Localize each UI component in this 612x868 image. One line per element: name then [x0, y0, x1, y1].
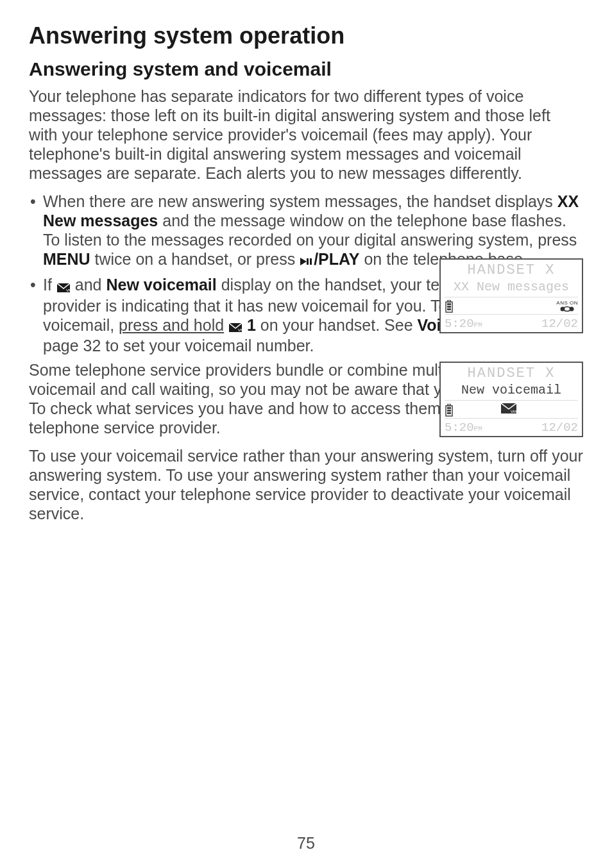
page-title: Answering system operation: [29, 22, 583, 49]
lcd2-icon-row: VM: [445, 401, 578, 419]
play-icon: [300, 251, 313, 270]
svg-text:VM: VM: [238, 328, 242, 332]
svg-rect-10: [447, 306, 451, 308]
svg-text:VM: VM: [511, 410, 516, 413]
paragraph-3: To use your voicemail service rather tha…: [29, 446, 583, 523]
svg-rect-17: [447, 410, 451, 412]
lcd1-header: HANDSET X: [445, 262, 578, 280]
lcd2-time-row: 5:20PM 12/02: [445, 419, 578, 435]
svg-rect-1: [307, 258, 309, 265]
handset-display-2: HANDSET X New voicemail VM 5:20PM 12/02: [439, 362, 583, 437]
svg-rect-18: [447, 412, 451, 414]
battery-icon: [445, 404, 454, 417]
svg-text:VM: VM: [66, 288, 70, 292]
envelope-icon: VM: [57, 277, 70, 296]
lcd2-header: HANDSET X: [445, 365, 578, 383]
lcd1-icon-row: ANS ON: [445, 297, 578, 315]
svg-rect-11: [447, 308, 451, 310]
handset-display-1: HANDSET X XX New messages ANS ON 5:20PM …: [439, 258, 583, 333]
battery-icon: [445, 300, 454, 313]
svg-rect-2: [310, 258, 312, 265]
svg-marker-0: [300, 258, 307, 265]
voicemail-envelope-icon: VM: [501, 403, 516, 417]
intro-paragraph: Your telephone has separate indicators f…: [29, 87, 583, 183]
page-number: 75: [0, 834, 612, 853]
envelope-icon: VM: [229, 317, 242, 336]
svg-rect-16: [447, 407, 451, 409]
bullet-dot: •: [29, 192, 43, 211]
svg-rect-9: [447, 303, 451, 305]
lcd1-time-row: 5:20PM 12/02: [445, 315, 578, 331]
lcd1-message-line: XX New messages: [445, 280, 578, 297]
section-heading: Answering system and voicemail: [29, 58, 583, 80]
bullet-dot: •: [29, 275, 43, 294]
ans-on-indicator: ANS ON: [556, 301, 578, 312]
lcd2-message-line: New voicemail: [445, 383, 578, 401]
